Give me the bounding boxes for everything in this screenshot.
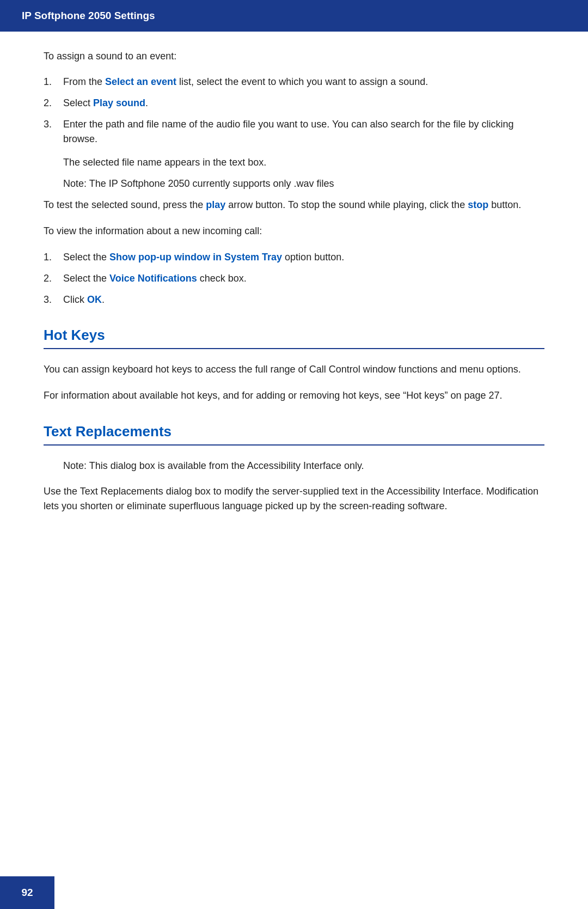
list-item: 2. Select Play sound.	[44, 96, 544, 111]
list-content: Click OK.	[63, 292, 544, 307]
footer-bar: 92	[0, 876, 54, 909]
list-number: 2.	[44, 96, 63, 111]
list-content: From the Select an event list, select th…	[63, 75, 544, 89]
note-selected-file: The selected file name appears in the te…	[63, 155, 544, 170]
page-number: 92	[21, 887, 33, 899]
ok-link[interactable]: OK	[87, 294, 102, 305]
list-content: Select the Show pop-up window in System …	[63, 250, 544, 265]
list-item: 3. Enter the path and file name of the a…	[44, 117, 544, 147]
hot-keys-heading: Hot Keys	[44, 327, 544, 344]
intro-text: To assign a sound to an event:	[44, 49, 544, 64]
list-number: 3.	[44, 292, 63, 307]
hot-keys-para1: You can assign keyboard hot keys to acce…	[44, 362, 544, 377]
play-sound-link[interactable]: Play sound	[93, 97, 145, 108]
hot-keys-divider	[44, 348, 544, 349]
list-item: 2. Select the Voice Notifications check …	[44, 271, 544, 286]
header-title: IP Softphone 2050 Settings	[22, 10, 155, 21]
list-item: 1. Select the Show pop-up window in Syst…	[44, 250, 544, 265]
list-number: 1.	[44, 250, 63, 265]
list-content: Enter the path and file name of the audi…	[63, 117, 544, 147]
para-incoming-call: To view the information about a new inco…	[44, 224, 544, 239]
steps-list-1: 1. From the Select an event list, select…	[44, 75, 544, 147]
list-content: Select the Voice Notifications check box…	[63, 271, 544, 286]
text-replacements-note: Note: This dialog box is available from …	[63, 459, 544, 473]
text-replacements-divider	[44, 444, 544, 446]
stop-link[interactable]: stop	[468, 199, 488, 210]
list-number: 1.	[44, 75, 63, 89]
voice-notifications-link[interactable]: Voice Notifications	[109, 273, 197, 284]
header-bar: IP Softphone 2050 Settings	[0, 0, 588, 32]
show-popup-link[interactable]: Show pop-up window in System Tray	[109, 252, 282, 263]
note-wav-files: Note: The IP Softphone 2050 currently su…	[63, 176, 544, 191]
list-number: 3.	[44, 117, 63, 147]
list-content: Select Play sound.	[63, 96, 544, 111]
list-number: 2.	[44, 271, 63, 286]
select-event-link[interactable]: Select an event	[105, 76, 176, 87]
list-item: 3. Click OK.	[44, 292, 544, 307]
text-replacements-para1: Use the Text Replacements dialog box to …	[44, 484, 544, 515]
text-replacements-heading: Text Replacements	[44, 423, 544, 440]
hot-keys-para2: For information about available hot keys…	[44, 388, 544, 404]
list-item: 1. From the Select an event list, select…	[44, 75, 544, 89]
steps-list-2: 1. Select the Show pop-up window in Syst…	[44, 250, 544, 307]
para-play-stop: To test the selected sound, press the pl…	[44, 198, 544, 213]
play-link[interactable]: play	[206, 199, 225, 210]
